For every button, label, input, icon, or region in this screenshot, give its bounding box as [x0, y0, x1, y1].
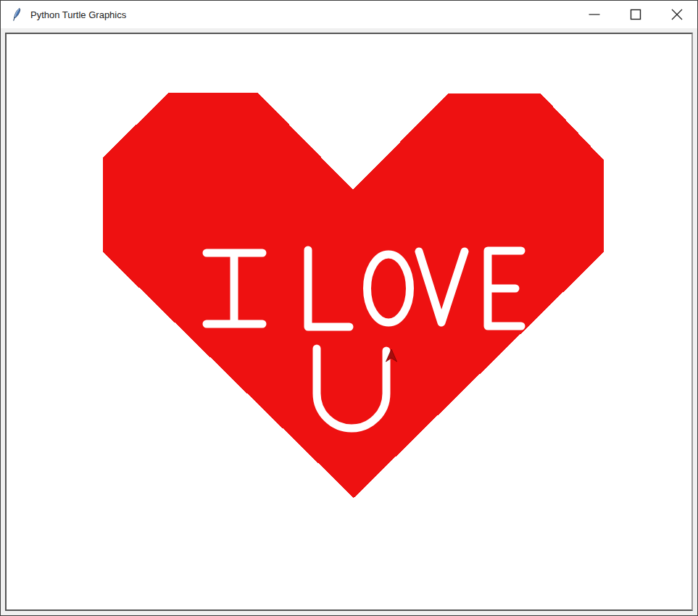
close-button[interactable] [656, 1, 697, 28]
minimize-icon [589, 9, 600, 20]
minimize-button[interactable] [573, 1, 615, 28]
window-controls [573, 1, 697, 28]
titlebar-left: Python Turtle Graphics [1, 7, 126, 22]
turtle-graphics-window: Python Turtle Graphics [0, 0, 698, 616]
close-icon [671, 9, 683, 20]
canvas-frame [1, 28, 697, 615]
maximize-icon [630, 9, 641, 20]
window-title: Python Turtle Graphics [30, 9, 126, 20]
tk-feather-icon [10, 7, 24, 22]
turtle-canvas[interactable] [5, 33, 693, 611]
maximize-button[interactable] [615, 1, 656, 28]
titlebar[interactable]: Python Turtle Graphics [1, 1, 697, 28]
